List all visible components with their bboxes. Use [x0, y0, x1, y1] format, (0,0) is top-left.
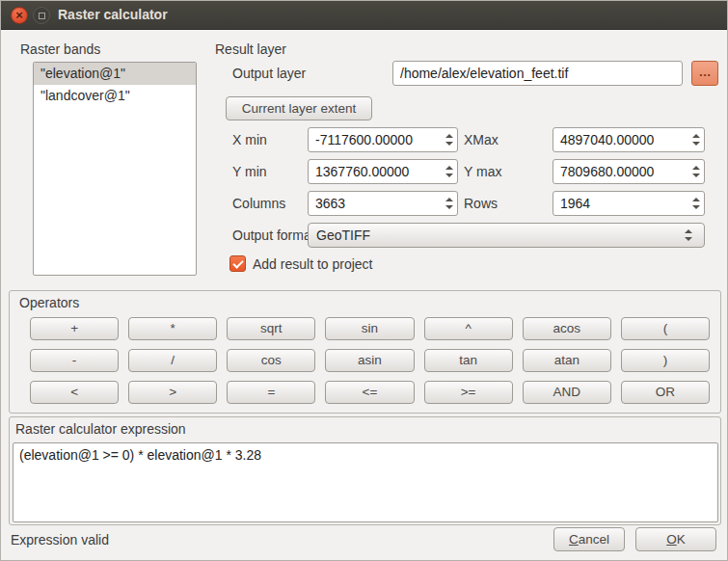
expression-groupbox: Raster calculator expression (elevation@… — [9, 416, 721, 525]
spin-up-icon — [692, 198, 700, 201]
output-layer-field — [392, 61, 683, 86]
titlebar: × Raster calculator — [1, 1, 727, 30]
window-maximize-button[interactable] — [33, 7, 50, 24]
y-min-spin-buttons[interactable] — [441, 160, 457, 183]
x-min-label: X min — [232, 132, 267, 147]
band-item-elevation[interactable]: "elevation@1" — [34, 63, 196, 85]
operator-less-equal-button[interactable]: <= — [325, 381, 414, 404]
operator-close-paren-button[interactable]: ) — [621, 349, 710, 372]
y-min-input[interactable] — [309, 160, 441, 183]
output-format-value: GeoTIFF — [309, 227, 680, 243]
spin-down-icon — [692, 174, 700, 177]
ok-button[interactable]: OK — [635, 527, 716, 551]
x-min-spin-buttons[interactable] — [441, 128, 457, 151]
spin-down-icon — [445, 174, 453, 177]
operator-open-paren-button[interactable]: ( — [621, 317, 710, 340]
operator-minus-button[interactable]: - — [30, 349, 119, 372]
browse-button[interactable]: … — [691, 61, 718, 86]
expression-title: Raster calculator expression — [15, 421, 186, 437]
spin-down-icon — [445, 142, 453, 146]
rows-spinbox — [553, 191, 705, 216]
add-result-checkbox[interactable] — [229, 255, 246, 272]
maximize-icon — [39, 13, 45, 19]
columns-input[interactable] — [309, 192, 441, 215]
operator-power-button[interactable]: ^ — [424, 317, 513, 340]
operator-equals-button[interactable]: = — [227, 381, 315, 404]
operator-asin-button[interactable]: asin — [325, 349, 414, 372]
rows-label: Rows — [464, 196, 498, 211]
columns-spin-buttons[interactable] — [441, 192, 457, 215]
raster-calculator-dialog: × Raster calculator Raster bands "elevat… — [0, 0, 728, 561]
result-layer-label: Result layer — [215, 41, 286, 57]
operator-or-button[interactable]: OR — [621, 381, 710, 404]
output-layer-input[interactable] — [393, 62, 682, 85]
y-max-input[interactable] — [553, 160, 688, 183]
operator-and-button[interactable]: AND — [523, 381, 611, 404]
output-format-select[interactable]: GeoTIFF — [308, 223, 705, 248]
columns-spinbox — [308, 191, 458, 216]
spin-up-icon — [445, 198, 453, 201]
x-min-input[interactable] — [309, 128, 441, 151]
raster-bands-list: "elevation@1" "landcover@1" — [33, 62, 197, 276]
y-max-label: Y max — [464, 164, 501, 179]
operator-greater-than-button[interactable]: > — [128, 381, 217, 404]
operators-grid: + * sqrt sin ^ acos ( - / cos asin tan a… — [30, 317, 710, 404]
cancel-button[interactable]: Cancel — [553, 527, 625, 551]
spin-up-icon — [692, 166, 700, 170]
current-layer-extent-button[interactable]: Current layer extent — [226, 96, 372, 120]
operator-sqrt-button[interactable]: sqrt — [227, 317, 315, 340]
window-title: Raster calculator — [58, 1, 168, 29]
y-max-spin-buttons[interactable] — [688, 160, 704, 183]
band-item-landcover[interactable]: "landcover@1" — [34, 85, 196, 107]
x-max-spinbox — [553, 127, 705, 152]
add-result-label: Add result to project — [253, 256, 373, 272]
spin-up-icon — [445, 134, 453, 138]
operator-sin-button[interactable]: sin — [325, 317, 414, 340]
y-max-spinbox — [553, 159, 705, 184]
x-max-spin-buttons[interactable] — [688, 128, 704, 151]
operator-multiply-button[interactable]: * — [128, 317, 217, 340]
output-layer-label: Output layer — [232, 66, 306, 81]
rows-input[interactable] — [553, 192, 688, 215]
columns-label: Columns — [232, 196, 285, 211]
x-min-spinbox — [308, 127, 458, 152]
spin-down-icon — [445, 205, 453, 209]
operator-acos-button[interactable]: acos — [523, 317, 611, 340]
operator-plus-button[interactable]: + — [30, 317, 119, 340]
operator-greater-equal-button[interactable]: >= — [424, 381, 513, 404]
spin-up-icon — [445, 166, 453, 170]
operator-tan-button[interactable]: tan — [424, 349, 513, 372]
operator-divide-button[interactable]: / — [128, 349, 217, 372]
operator-atan-button[interactable]: atan — [523, 349, 611, 372]
output-format-label: Output format — [232, 227, 315, 243]
rows-spin-buttons[interactable] — [688, 192, 704, 215]
spin-up-icon — [692, 134, 700, 138]
spin-down-icon — [692, 205, 700, 209]
x-max-input[interactable] — [553, 128, 688, 151]
operators-groupbox: Operators + * sqrt sin ^ acos ( - / cos … — [9, 290, 721, 414]
expression-textarea[interactable]: (elevation@1 >= 0) * elevation@1 * 3.28 — [13, 442, 718, 522]
y-min-spinbox — [308, 159, 458, 184]
operators-title: Operators — [19, 295, 79, 310]
combo-arrows-icon — [680, 229, 696, 241]
spin-down-icon — [692, 142, 700, 146]
y-min-label: Y min — [232, 164, 267, 179]
x-max-label: XMax — [464, 132, 499, 147]
expression-status: Expression valid — [11, 532, 109, 548]
operator-cos-button[interactable]: cos — [227, 349, 315, 372]
raster-bands-label: Raster bands — [20, 41, 100, 57]
window-close-button[interactable]: × — [11, 7, 28, 24]
operator-less-than-button[interactable]: < — [30, 381, 119, 404]
